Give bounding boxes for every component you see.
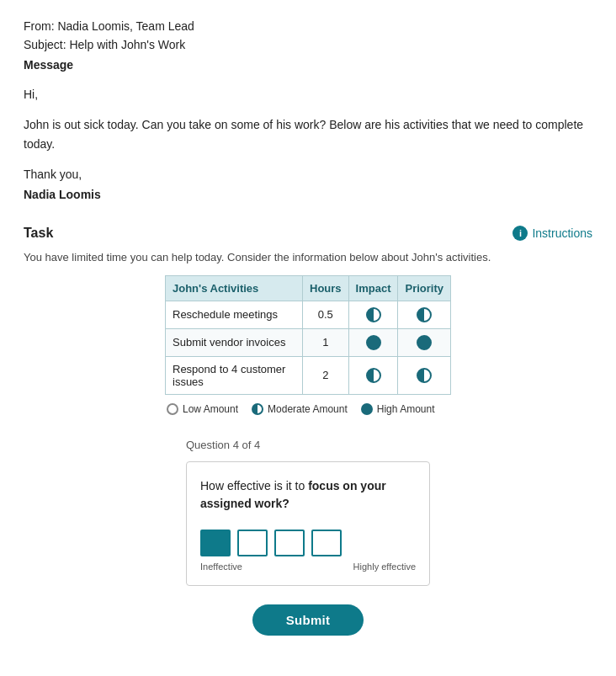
activity-name: Submit vendor invoices	[166, 328, 303, 356]
instructions-label: Instructions	[532, 226, 592, 240]
submit-button[interactable]: Submit	[252, 604, 364, 636]
dot-half-icon	[417, 368, 432, 383]
rating-label-high: Highly effective	[353, 562, 416, 572]
col-header-activity: John's Activities	[166, 275, 303, 301]
activity-priority	[398, 356, 451, 394]
dot-full-icon	[366, 335, 381, 350]
question-label: Question 4 of 4	[186, 439, 430, 451]
activities-table: John's Activities Hours Impact Priority …	[165, 275, 451, 395]
task-header: Task i Instructions	[24, 226, 592, 241]
email-closing: Thank you, Nadia Loomis	[24, 165, 592, 205]
rating-scale	[200, 530, 416, 556]
legend-item-moderate: Moderate Amount	[252, 403, 348, 415]
activity-priority	[398, 328, 451, 356]
email-section: From: Nadia Loomis, Team Lead Subject: H…	[24, 17, 592, 205]
rating-bar-3[interactable]	[274, 530, 305, 556]
legend-empty-icon	[167, 403, 178, 415]
dot-half-icon	[366, 307, 381, 322]
legend-label-high: High Amount	[377, 403, 435, 415]
instructions-link[interactable]: i Instructions	[512, 226, 592, 241]
activity-hours: 2	[303, 356, 349, 394]
legend-half-icon	[252, 403, 263, 415]
activity-impact	[348, 356, 398, 394]
email-from: From: Nadia Loomis, Team Lead	[24, 17, 592, 35]
email-body: Hi, John is out sick today. Can you take…	[24, 85, 592, 205]
activity-impact	[348, 301, 398, 328]
table-row: Reschedule meetings 0.5	[166, 301, 451, 328]
rating-label-low: Ineffective	[200, 562, 242, 572]
question-text-before: How effective is it to	[200, 479, 308, 492]
legend-label-moderate: Moderate Amount	[268, 403, 348, 415]
activity-impact	[348, 328, 398, 356]
activity-priority	[398, 301, 451, 328]
legend-item-low: Low Amount	[167, 403, 238, 415]
legend-label-low: Low Amount	[183, 403, 238, 415]
activities-container: John's Activities Hours Impact Priority …	[165, 275, 451, 415]
legend-full-icon	[361, 403, 373, 415]
col-header-priority: Priority	[398, 275, 451, 301]
question-box: Question 4 of 4 How effective is it to f…	[186, 439, 430, 586]
task-section: Task i Instructions You have limited tim…	[24, 226, 592, 415]
table-row: Respond to 4 customer issues 2	[166, 356, 451, 394]
dot-half-icon	[366, 368, 381, 383]
rating-bar-2[interactable]	[237, 530, 268, 556]
col-header-hours: Hours	[303, 275, 349, 301]
email-greeting: Hi,	[24, 85, 592, 105]
question-card: How effective is it to focus on your ass…	[186, 461, 430, 586]
info-icon: i	[512, 226, 528, 241]
activity-hours: 1	[303, 328, 349, 356]
activities-table-wrapper: John's Activities Hours Impact Priority …	[24, 275, 592, 415]
submit-section: Submit	[24, 604, 592, 636]
question-text: How effective is it to focus on your ass…	[200, 477, 416, 513]
rating-bar-1[interactable]	[200, 530, 231, 556]
activity-name: Respond to 4 customer issues	[166, 356, 303, 394]
email-signature: Nadia Loomis	[24, 188, 101, 201]
legend: Low Amount Moderate Amount High Amount	[165, 403, 451, 415]
activity-name: Reschedule meetings	[166, 301, 303, 328]
rating-bar-4[interactable]	[311, 530, 342, 556]
table-header-row: John's Activities Hours Impact Priority	[166, 275, 451, 301]
question-section: Question 4 of 4 How effective is it to f…	[24, 439, 592, 586]
col-header-impact: Impact	[348, 275, 398, 301]
table-row: Submit vendor invoices 1	[166, 328, 451, 356]
rating-labels: Ineffective Highly effective	[200, 562, 416, 572]
task-title: Task	[24, 226, 53, 241]
email-message-label: Message	[24, 58, 592, 72]
dot-full-icon	[417, 335, 432, 350]
email-subject: Subject: Help with John's Work	[24, 35, 592, 54]
activity-hours: 0.5	[303, 301, 349, 328]
dot-half-icon	[417, 307, 432, 322]
task-description: You have limited time you can help today…	[24, 251, 592, 263]
legend-item-high: High Amount	[361, 403, 435, 415]
email-body-text: John is out sick today. Can you take on …	[24, 115, 592, 156]
